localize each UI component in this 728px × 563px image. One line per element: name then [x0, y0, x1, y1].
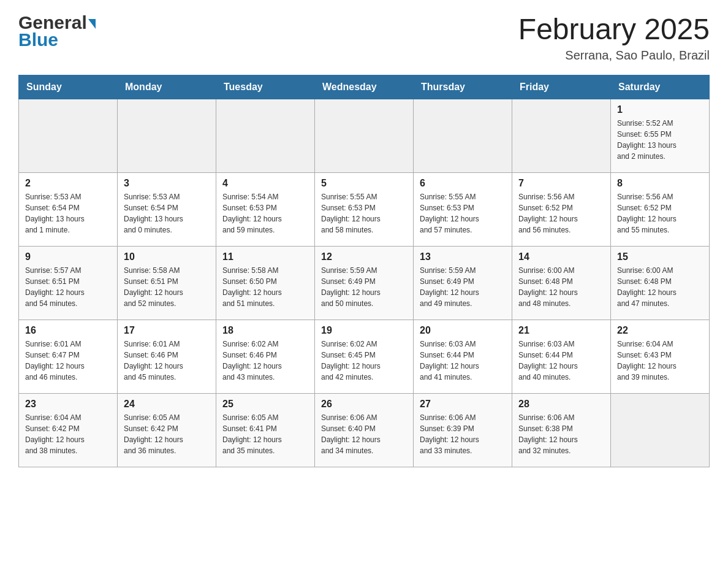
calendar-cell: 4Sunrise: 5:54 AM Sunset: 6:53 PM Daylig…	[216, 173, 315, 247]
calendar-week-5: 23Sunrise: 6:04 AM Sunset: 6:42 PM Dayli…	[19, 394, 710, 467]
day-info: Sunrise: 6:01 AM Sunset: 6:47 PM Dayligh…	[25, 339, 111, 383]
day-number: 20	[420, 325, 506, 336]
day-info: Sunrise: 6:06 AM Sunset: 6:38 PM Dayligh…	[518, 412, 604, 456]
day-info: Sunrise: 6:03 AM Sunset: 6:44 PM Dayligh…	[518, 339, 604, 383]
day-number: 3	[124, 178, 210, 189]
day-number: 27	[420, 399, 506, 410]
day-info: Sunrise: 5:55 AM Sunset: 6:53 PM Dayligh…	[321, 191, 407, 236]
calendar-cell: 15Sunrise: 6:00 AM Sunset: 6:48 PM Dayli…	[611, 247, 710, 320]
day-info: Sunrise: 6:00 AM Sunset: 6:48 PM Dayligh…	[617, 265, 703, 309]
day-number: 25	[222, 399, 308, 410]
calendar-cell: 9Sunrise: 5:57 AM Sunset: 6:51 PM Daylig…	[19, 247, 118, 320]
day-number: 17	[124, 325, 210, 336]
day-info: Sunrise: 5:52 AM Sunset: 6:55 PM Dayligh…	[617, 118, 703, 162]
day-number: 8	[617, 178, 703, 189]
calendar-cell: 3Sunrise: 5:53 AM Sunset: 6:54 PM Daylig…	[118, 173, 216, 247]
weekday-header-saturday: Saturday	[611, 75, 710, 99]
calendar-cell	[414, 99, 512, 173]
weekday-header-tuesday: Tuesday	[216, 75, 315, 99]
calendar-cell: 8Sunrise: 5:56 AM Sunset: 6:52 PM Daylig…	[611, 173, 710, 247]
day-number: 19	[321, 325, 407, 336]
calendar-cell	[611, 394, 710, 467]
day-number: 12	[321, 251, 407, 262]
day-info: Sunrise: 5:53 AM Sunset: 6:54 PM Dayligh…	[25, 191, 111, 236]
calendar-week-4: 16Sunrise: 6:01 AM Sunset: 6:47 PM Dayli…	[19, 320, 710, 394]
day-number: 22	[617, 325, 703, 336]
day-number: 13	[420, 251, 506, 262]
weekday-header-friday: Friday	[512, 75, 611, 99]
calendar-cell: 13Sunrise: 5:59 AM Sunset: 6:49 PM Dayli…	[414, 247, 512, 320]
day-info: Sunrise: 6:00 AM Sunset: 6:48 PM Dayligh…	[518, 265, 604, 309]
calendar-cell: 28Sunrise: 6:06 AM Sunset: 6:38 PM Dayli…	[512, 394, 611, 467]
day-number: 6	[420, 178, 506, 189]
day-number: 24	[124, 399, 210, 410]
day-info: Sunrise: 5:55 AM Sunset: 6:53 PM Dayligh…	[420, 191, 506, 236]
weekday-header-sunday: Sunday	[19, 75, 118, 99]
calendar-cell: 5Sunrise: 5:55 AM Sunset: 6:53 PM Daylig…	[315, 173, 414, 247]
calendar-cell: 24Sunrise: 6:05 AM Sunset: 6:42 PM Dayli…	[118, 394, 216, 467]
day-number: 21	[518, 325, 604, 336]
day-number: 10	[124, 251, 210, 262]
calendar-week-2: 2Sunrise: 5:53 AM Sunset: 6:54 PM Daylig…	[19, 173, 710, 247]
calendar-cell: 27Sunrise: 6:06 AM Sunset: 6:39 PM Dayli…	[414, 394, 512, 467]
calendar-cell: 17Sunrise: 6:01 AM Sunset: 6:46 PM Dayli…	[118, 320, 216, 394]
day-number: 7	[518, 178, 604, 189]
calendar-cell: 2Sunrise: 5:53 AM Sunset: 6:54 PM Daylig…	[19, 173, 118, 247]
day-info: Sunrise: 5:58 AM Sunset: 6:51 PM Dayligh…	[124, 265, 210, 309]
day-info: Sunrise: 6:05 AM Sunset: 6:42 PM Dayligh…	[124, 412, 210, 456]
day-info: Sunrise: 6:04 AM Sunset: 6:43 PM Dayligh…	[617, 339, 703, 383]
calendar-cell: 1Sunrise: 5:52 AM Sunset: 6:55 PM Daylig…	[611, 99, 710, 173]
day-number: 11	[222, 251, 308, 262]
day-info: Sunrise: 6:02 AM Sunset: 6:45 PM Dayligh…	[321, 339, 407, 383]
day-info: Sunrise: 5:57 AM Sunset: 6:51 PM Dayligh…	[25, 265, 111, 309]
calendar-cell: 16Sunrise: 6:01 AM Sunset: 6:47 PM Dayli…	[19, 320, 118, 394]
day-number: 28	[518, 399, 604, 410]
logo-blue-text: Blue	[18, 29, 58, 50]
day-number: 5	[321, 178, 407, 189]
calendar-cell: 21Sunrise: 6:03 AM Sunset: 6:44 PM Dayli…	[512, 320, 611, 394]
calendar-cell	[118, 99, 216, 173]
day-info: Sunrise: 5:54 AM Sunset: 6:53 PM Dayligh…	[222, 191, 308, 236]
page-header: General Blue February 2025 Serrana, Sao …	[18, 12, 710, 63]
weekday-header-row: SundayMondayTuesdayWednesdayThursdayFrid…	[19, 75, 710, 99]
day-number: 26	[321, 399, 407, 410]
day-number: 23	[25, 399, 111, 410]
day-info: Sunrise: 5:59 AM Sunset: 6:49 PM Dayligh…	[321, 265, 407, 309]
day-info: Sunrise: 6:03 AM Sunset: 6:44 PM Dayligh…	[420, 339, 506, 383]
calendar-cell: 12Sunrise: 5:59 AM Sunset: 6:49 PM Dayli…	[315, 247, 414, 320]
calendar-cell: 7Sunrise: 5:56 AM Sunset: 6:52 PM Daylig…	[512, 173, 611, 247]
weekday-header-monday: Monday	[118, 75, 216, 99]
day-info: Sunrise: 6:05 AM Sunset: 6:41 PM Dayligh…	[222, 412, 308, 456]
location-subtitle: Serrana, Sao Paulo, Brazil	[518, 48, 710, 63]
calendar-cell: 14Sunrise: 6:00 AM Sunset: 6:48 PM Dayli…	[512, 247, 611, 320]
day-info: Sunrise: 5:56 AM Sunset: 6:52 PM Dayligh…	[617, 191, 703, 236]
day-info: Sunrise: 6:02 AM Sunset: 6:46 PM Dayligh…	[222, 339, 308, 383]
day-number: 14	[518, 251, 604, 262]
calendar-cell: 6Sunrise: 5:55 AM Sunset: 6:53 PM Daylig…	[414, 173, 512, 247]
calendar-cell: 19Sunrise: 6:02 AM Sunset: 6:45 PM Dayli…	[315, 320, 414, 394]
calendar-cell: 23Sunrise: 6:04 AM Sunset: 6:42 PM Dayli…	[19, 394, 118, 467]
weekday-header-wednesday: Wednesday	[315, 75, 414, 99]
day-info: Sunrise: 6:06 AM Sunset: 6:39 PM Dayligh…	[420, 412, 506, 456]
month-title: February 2025	[518, 12, 710, 46]
calendar-cell	[512, 99, 611, 173]
day-number: 2	[25, 178, 111, 189]
weekday-header-thursday: Thursday	[414, 75, 512, 99]
calendar-cell: 22Sunrise: 6:04 AM Sunset: 6:43 PM Dayli…	[611, 320, 710, 394]
day-info: Sunrise: 5:53 AM Sunset: 6:54 PM Dayligh…	[124, 191, 210, 236]
day-number: 16	[25, 325, 111, 336]
calendar-cell	[216, 99, 315, 173]
calendar-cell: 20Sunrise: 6:03 AM Sunset: 6:44 PM Dayli…	[414, 320, 512, 394]
title-block: February 2025 Serrana, Sao Paulo, Brazil	[518, 12, 710, 63]
day-number: 4	[222, 178, 308, 189]
day-info: Sunrise: 6:01 AM Sunset: 6:46 PM Dayligh…	[124, 339, 210, 383]
calendar-cell: 25Sunrise: 6:05 AM Sunset: 6:41 PM Dayli…	[216, 394, 315, 467]
day-number: 1	[617, 104, 703, 115]
calendar-week-1: 1Sunrise: 5:52 AM Sunset: 6:55 PM Daylig…	[19, 99, 710, 173]
day-number: 9	[25, 251, 111, 262]
day-number: 15	[617, 251, 703, 262]
day-info: Sunrise: 5:59 AM Sunset: 6:49 PM Dayligh…	[420, 265, 506, 309]
calendar-cell: 11Sunrise: 5:58 AM Sunset: 6:50 PM Dayli…	[216, 247, 315, 320]
day-info: Sunrise: 5:56 AM Sunset: 6:52 PM Dayligh…	[518, 191, 604, 236]
calendar-table: SundayMondayTuesdayWednesdayThursdayFrid…	[18, 75, 710, 467]
